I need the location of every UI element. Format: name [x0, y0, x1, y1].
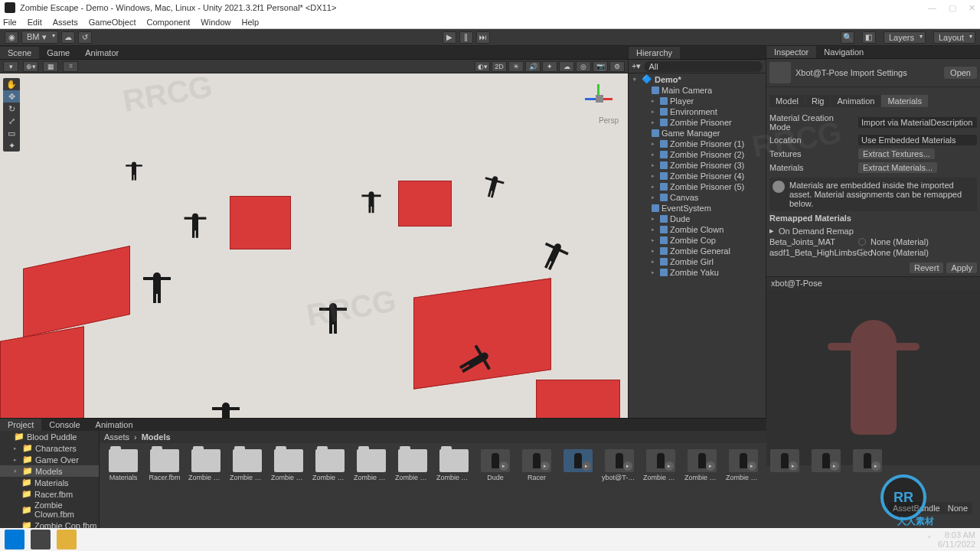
tab-game[interactable]: Game — [39, 47, 77, 59]
project-model[interactable]: ▸Zombie Cl... — [643, 449, 678, 481]
open-button[interactable]: Open — [944, 67, 977, 79]
taskbar-app-unity[interactable] — [31, 530, 51, 549]
tab-project[interactable]: Project — [0, 419, 41, 431]
project-folder[interactable]: Materials — [106, 449, 141, 481]
project-model[interactable]: ▸ — [850, 449, 885, 481]
project-model[interactable]: ▸Racer — [519, 449, 554, 481]
material-field[interactable]: None (Material) — [871, 248, 929, 257]
hierarchy-item[interactable]: ▸Zombie Prisoner (2) — [629, 149, 766, 160]
hierarchy-item[interactable]: ▸Zombie Cop — [629, 235, 766, 246]
taskbar-app-explorer[interactable] — [57, 530, 77, 549]
location-dropdown[interactable]: Use Embedded Materials — [858, 135, 977, 145]
search-icon[interactable]: 🔍 — [841, 31, 854, 44]
transform-tool[interactable]: ✦ — [3, 139, 20, 152]
shading-dropdown[interactable]: ◐▾ — [475, 61, 490, 72]
hierarchy-item[interactable]: ▸Environment — [629, 106, 766, 117]
tab-inspector[interactable]: Inspector — [766, 46, 816, 58]
tab-navigation[interactable]: Navigation — [816, 46, 871, 58]
import-tab-model[interactable]: Model — [769, 95, 805, 107]
hierarchy-search[interactable]: All — [644, 61, 763, 72]
project-folder[interactable]: Zombie Pri... — [354, 449, 389, 481]
hierarchy-item[interactable]: ▸Zombie Prisoner (1) — [629, 139, 766, 149]
minimize-button[interactable]: — — [928, 3, 936, 13]
hierarchy-item[interactable]: ▸Zombie Prisoner — [629, 117, 766, 128]
hierarchy-item[interactable]: ▸Zombie Prisoner (5) — [629, 181, 766, 192]
menu-file[interactable]: File — [3, 18, 17, 27]
hierarchy-item[interactable]: ▸Zombie General — [629, 246, 766, 256]
hierarchy-item[interactable]: ▸Zombie Clown — [629, 224, 766, 235]
create-dropdown[interactable]: +▾ — [632, 61, 641, 71]
hierarchy-item[interactable]: ▸Zombie Girl — [629, 256, 766, 267]
gizmo-toggle[interactable]: ◎ — [576, 61, 591, 72]
hierarchy-item[interactable]: EventSystem — [629, 203, 766, 214]
extract-textures-button[interactable]: Extract Textures... — [858, 148, 935, 159]
hierarchy-item[interactable]: ▸Zombie Prisoner (3) — [629, 160, 766, 171]
layers-dropdown[interactable]: Layers — [884, 31, 926, 44]
project-folder[interactable]: Zombie Ge... — [271, 449, 306, 481]
material-picker-icon[interactable] — [858, 238, 866, 246]
start-button[interactable] — [5, 530, 24, 549]
project-folder[interactable]: Zombie Cl... — [188, 449, 224, 481]
grid-toggle[interactable]: ▦ — [43, 61, 58, 72]
material-creation-dropdown[interactable]: Import via MaterialDescription — [858, 117, 977, 128]
menu-gameobject[interactable]: GameObject — [89, 18, 136, 27]
preview-viewport[interactable] — [766, 289, 980, 465]
play-button[interactable]: ▶ — [443, 31, 456, 44]
hierarchy-item[interactable]: ▸Zombie Prisoner (4) — [629, 171, 766, 181]
breadcrumb-item[interactable]: Assets — [104, 432, 129, 442]
folder-item[interactable]: ▸📁Characters — [0, 442, 99, 454]
project-model[interactable]: ▸ — [808, 449, 844, 481]
gizmos-dropdown[interactable]: ⚙ — [609, 61, 625, 72]
project-folder[interactable]: Zombie Girl... — [312, 449, 348, 481]
scene-viewport[interactable]: ✋ ✥ ↻ ⤢ ▭ ✦ Persp — [0, 73, 628, 418]
tab-scene[interactable]: Scene — [0, 47, 39, 59]
bm-dropdown[interactable]: BM ▾ — [21, 31, 58, 44]
light-toggle[interactable]: ☀ — [508, 61, 524, 72]
account-icon[interactable]: ◉ — [5, 31, 18, 44]
material-picker-icon[interactable] — [858, 249, 866, 256]
assetbundle-dropdown[interactable]: None — [948, 504, 968, 513]
clock-date[interactable]: 6/11/2022 — [938, 540, 975, 549]
apply-button[interactable]: Apply — [946, 262, 977, 273]
hierarchy-item[interactable]: Game Manager — [629, 128, 766, 139]
2d-toggle[interactable]: 2D — [492, 61, 507, 72]
orientation-gizmo[interactable] — [580, 80, 617, 116]
menu-edit[interactable]: Edit — [28, 18, 42, 27]
tray-chevron-icon[interactable]: ˄ — [927, 535, 932, 545]
close-button[interactable]: ✕ — [969, 3, 975, 13]
tab-animator[interactable]: Animator — [77, 47, 126, 59]
hierarchy-item[interactable]: Main Camera — [629, 85, 766, 96]
project-model[interactable]: ▸ybot@T-P... — [602, 449, 637, 481]
tool-dropdown[interactable]: ▾ — [3, 61, 18, 72]
pivot-dropdown[interactable]: ⊕▾ — [23, 61, 38, 72]
folder-item-selected[interactable]: ▾📁Models — [0, 465, 99, 477]
snap-toggle[interactable]: ⌗ — [63, 61, 78, 72]
audio-toggle[interactable]: 🔊 — [525, 61, 541, 72]
layers-icon[interactable]: ◧ — [862, 31, 876, 44]
maximize-button[interactable]: ▢ — [949, 3, 956, 13]
breadcrumb-item[interactable]: Models — [142, 432, 171, 442]
revert-button[interactable]: Revert — [910, 262, 943, 273]
on-demand-remap[interactable]: ▸On Demand Remap — [769, 225, 977, 236]
import-tab-materials[interactable]: Materials — [881, 95, 928, 107]
rotate-tool[interactable]: ↻ — [3, 103, 20, 115]
tab-hierarchy[interactable]: Hierarchy — [629, 47, 680, 59]
sky-toggle[interactable]: ☁ — [559, 61, 574, 72]
folder-item[interactable]: 📁Blood Puddle — [0, 431, 99, 442]
extract-materials-button[interactable]: Extract Materials... — [858, 162, 937, 173]
material-field[interactable]: None (Material) — [871, 237, 929, 246]
menu-window[interactable]: Window — [201, 18, 230, 27]
fx-toggle[interactable]: ✦ — [542, 61, 557, 72]
hierarchy-item[interactable]: ▸Dude — [629, 214, 766, 224]
project-folder[interactable]: Zombie Su... — [395, 449, 430, 481]
move-tool[interactable]: ✥ — [3, 90, 20, 103]
folder-item[interactable]: 📁Zombie Clown.fbm — [0, 500, 99, 520]
hierarchy-scene-root[interactable]: ▾🔷Demo* — [629, 73, 766, 85]
project-model[interactable]: ▸ — [767, 449, 802, 481]
scale-tool[interactable]: ⤢ — [3, 115, 20, 127]
projection-label[interactable]: Persp — [599, 116, 619, 125]
project-model[interactable]: ▸Zombie Cop — [684, 449, 720, 481]
layout-dropdown[interactable]: Layout — [933, 31, 975, 44]
project-folder[interactable]: Zombie Co... — [230, 449, 265, 481]
camera-toggle[interactable]: 📷 — [593, 61, 608, 72]
